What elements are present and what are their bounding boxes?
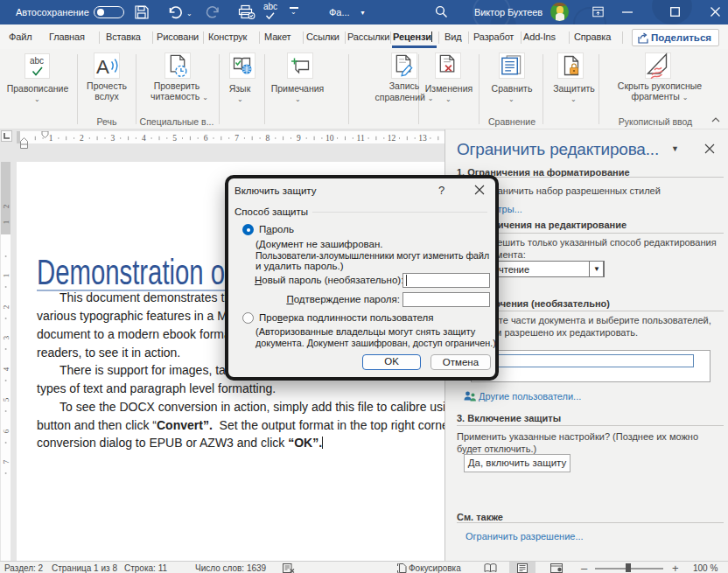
svg-text:9: 9 xyxy=(297,134,301,143)
svg-text:7: 7 xyxy=(234,134,239,143)
svg-text:1: 1 xyxy=(49,134,53,143)
svg-text:11: 11 xyxy=(357,134,365,143)
svg-text:5: 5 xyxy=(172,134,177,143)
svg-text:2: 2 xyxy=(80,134,84,143)
svg-text:3: 3 xyxy=(110,134,115,143)
svg-text:A: A xyxy=(96,56,109,77)
svg-text:13: 13 xyxy=(418,134,427,143)
svg-text:6: 6 xyxy=(204,134,208,143)
svg-text:12: 12 xyxy=(388,134,396,143)
svg-text:4: 4 xyxy=(142,134,146,143)
svg-text:8: 8 xyxy=(266,134,270,143)
svg-text:10: 10 xyxy=(326,134,334,143)
